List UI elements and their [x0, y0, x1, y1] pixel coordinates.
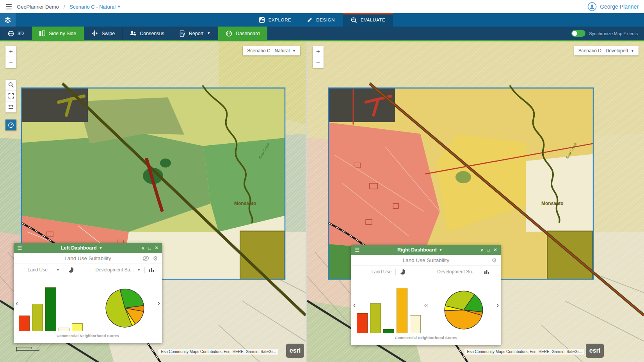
- tab-design[interactable]: DESIGN: [299, 13, 343, 27]
- zoom-out-button[interactable]: −: [5, 57, 16, 68]
- left-dashboard-subheader: Land Use Suitability ⚙: [14, 253, 162, 264]
- divider: [395, 269, 396, 275]
- dashboard-menu-icon[interactable]: ☰: [17, 245, 22, 251]
- avatar: [587, 2, 597, 11]
- minimize-icon[interactable]: ∨: [141, 245, 145, 251]
- left-map-controls: + −: [5, 46, 16, 130]
- right-dashboard-title-dropdown[interactable]: Right Dashboard ▼: [360, 247, 480, 253]
- bar-segment: [397, 288, 407, 333]
- report-button[interactable]: Report ▼: [172, 27, 218, 40]
- esri-logo[interactable]: esri: [586, 344, 604, 358]
- tab-explore[interactable]: EXPLORE: [251, 13, 299, 27]
- land-use-selector[interactable]: Land Use: [372, 269, 391, 275]
- right-dashboard-caption: Commercial Neighborhood Stores: [351, 335, 501, 345]
- report-button-label: Report: [189, 31, 204, 36]
- right-map-controls: + −: [313, 46, 324, 68]
- gear-icon[interactable]: ⚙: [153, 255, 158, 262]
- maximize-icon[interactable]: □: [487, 247, 490, 253]
- map-comparison-area: Monsanto Seal Creek + −: [0, 41, 644, 362]
- bar-segment: [59, 328, 69, 331]
- measure-icon: [8, 104, 14, 110]
- scale-bar: [16, 346, 53, 354]
- bar-segment: [383, 329, 394, 333]
- map-label-monsanto: Monsanto: [541, 201, 564, 206]
- left-scenario-selector[interactable]: Scenario C - Natural ▼: [243, 46, 300, 55]
- measure-button[interactable]: [5, 102, 16, 112]
- left-map-pane: Monsanto Seal Creek + −: [0, 41, 306, 362]
- bar-segment: [72, 323, 83, 331]
- toggle-knob: [572, 31, 577, 36]
- zoom-in-button[interactable]: +: [5, 46, 16, 57]
- scenario-breadcrumb[interactable]: Scenario C - Natural ▼: [69, 4, 121, 10]
- dev-suitability-selector[interactable]: Development Su...: [437, 269, 476, 275]
- bar-segment: [45, 287, 56, 331]
- swipe-button[interactable]: Swipe: [84, 27, 123, 40]
- left-dashboard-title: Left Dashboard: [61, 245, 97, 251]
- sync-extents-toggle[interactable]: [571, 30, 585, 37]
- chevron-down-icon: ▼: [292, 49, 296, 53]
- land-use-bar-chart: [351, 278, 426, 335]
- zoom-out-button[interactable]: −: [313, 57, 324, 68]
- carousel-prev-arrow[interactable]: ‹: [353, 301, 356, 309]
- left-map-attribution: Esri Community Maps Contributors, Esri, …: [158, 349, 278, 355]
- esri-logo[interactable]: esri: [286, 344, 304, 358]
- side-by-side-label: Side by Side: [49, 31, 76, 36]
- dev-suitability-pie-chart: [88, 276, 162, 333]
- carousel-next-arrow[interactable]: ›: [158, 299, 160, 307]
- search-button[interactable]: [5, 80, 16, 91]
- bar-chart-icon[interactable]: [484, 269, 490, 275]
- side-by-side-button[interactable]: Side by Side: [32, 27, 84, 40]
- 3d-button-label: 3D: [18, 31, 24, 36]
- window-buttons: ∨ □ ✕: [480, 247, 497, 253]
- right-scenario-selector[interactable]: Scenario D - Developed ▼: [574, 46, 639, 55]
- dashboard-button[interactable]: Dashboard: [218, 27, 267, 40]
- dev-suitability-selector[interactable]: Development Su...: [95, 267, 134, 273]
- pie-chart-icon[interactable]: [400, 269, 406, 275]
- right-dashboard-panel: ☰ Right Dashboard ▼ ∨ □ ✕ Land Use Suita…: [351, 245, 501, 345]
- tab-evaluate[interactable]: EVALUATE: [343, 13, 393, 27]
- left-scenario-selector-value: Scenario C - Natural: [247, 48, 290, 53]
- right-map-attribution: Esri Community Maps Contributors, Esri, …: [464, 349, 584, 355]
- dashboard-menu-icon[interactable]: ☰: [355, 247, 360, 253]
- geoplanner-app: ☰ GeoPlanner Demo / Scenario C - Natural…: [0, 0, 644, 362]
- maximize-icon[interactable]: □: [148, 245, 151, 251]
- pie-chart-icon[interactable]: [68, 267, 74, 273]
- consensus-button[interactable]: Consensus: [123, 27, 172, 40]
- primary-nav-bar: EXPLORE DESIGN EVALUATE: [0, 13, 644, 27]
- chevron-down-icon[interactable]: ▼: [56, 268, 60, 272]
- close-icon[interactable]: ✕: [493, 247, 497, 253]
- collapse-divider-arrow[interactable]: «: [424, 301, 428, 309]
- carousel-prev-arrow[interactable]: ‹: [16, 299, 18, 307]
- tab-evaluate-label: EVALUATE: [361, 18, 385, 22]
- zoom-in-button[interactable]: +: [313, 46, 324, 57]
- 3d-button[interactable]: 3D: [0, 27, 32, 40]
- divider: [480, 269, 480, 275]
- app-title: GeoPlanner Demo: [17, 4, 59, 10]
- bar-chart-icon[interactable]: [149, 267, 155, 273]
- close-icon[interactable]: ✕: [155, 245, 158, 251]
- left-dashboard-caption: Commercial Neighborhood Stores: [14, 333, 162, 343]
- carousel-next-arrow[interactable]: ›: [496, 301, 499, 309]
- chevron-down-icon[interactable]: ▼: [137, 268, 141, 272]
- left-dashboard-title-dropdown[interactable]: Left Dashboard ▼: [22, 245, 141, 251]
- expand-arrows-icon: [8, 93, 14, 99]
- left-dashboard-subtitle: Land Use Suitability: [14, 255, 162, 261]
- bar-segment: [357, 313, 368, 333]
- gear-icon[interactable]: ⚙: [492, 257, 497, 264]
- right-dashboard-header: ☰ Right Dashboard ▼ ∨ □ ✕: [351, 245, 501, 255]
- main-menu-icon[interactable]: ☰: [5, 3, 12, 11]
- minimize-icon[interactable]: ∨: [480, 247, 484, 253]
- evaluate-gauge-icon: [350, 17, 357, 23]
- chevron-down-icon: ▼: [207, 32, 210, 35]
- dashboard-toggle-button[interactable]: [5, 119, 16, 130]
- land-use-selector[interactable]: Land Use: [28, 267, 48, 273]
- full-extent-button[interactable]: [5, 91, 16, 102]
- land-use-widget: Land Use ▼: [14, 264, 88, 333]
- top-bar: ☰ GeoPlanner Demo / Scenario C - Natural…: [0, 0, 644, 13]
- visibility-off-icon[interactable]: [142, 256, 149, 261]
- right-map-pane: Monsanto Seal Creek + − Scenario D - Dev…: [307, 41, 644, 362]
- user-area[interactable]: George Planner: [587, 2, 639, 11]
- user-name: George Planner: [600, 4, 639, 10]
- side-by-side-icon: [39, 30, 45, 36]
- mode-tabs: EXPLORE DESIGN EVALUATE: [0, 13, 644, 27]
